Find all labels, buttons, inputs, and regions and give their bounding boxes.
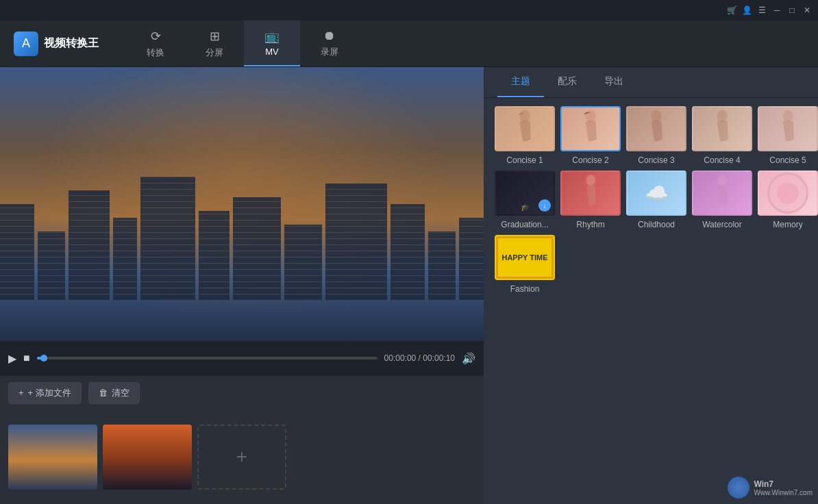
theme-thumb-concise3 bbox=[626, 106, 686, 151]
theme-label-watercolor: Watercolor bbox=[702, 220, 742, 229]
minimize-button[interactable]: ─ bbox=[771, 5, 782, 16]
girl-overlay-5 bbox=[759, 108, 817, 150]
play-button[interactable]: ▶ bbox=[8, 352, 16, 365]
app-icon: A bbox=[14, 32, 38, 56]
mv-icon: 📺 bbox=[264, 29, 280, 44]
app-name: 视频转换王 bbox=[44, 36, 99, 51]
svg-point-5 bbox=[586, 175, 595, 186]
city-buildings bbox=[0, 163, 484, 300]
theme-concise5[interactable]: Concise 5 bbox=[758, 106, 818, 165]
girl-silhouette-3 bbox=[639, 110, 673, 148]
theme-concise4[interactable]: Concise 4 bbox=[692, 106, 752, 165]
girl-overlay-3 bbox=[628, 108, 685, 150]
tab-export-label: 导出 bbox=[604, 75, 623, 86]
tab-record-label: 录屏 bbox=[321, 46, 338, 58]
svg-point-7 bbox=[777, 182, 799, 204]
theme-thumb-concise1 bbox=[495, 106, 555, 151]
split-icon: ⊞ bbox=[210, 29, 220, 44]
girl-overlay-rhythm bbox=[562, 172, 619, 214]
trash-icon: 🗑 bbox=[99, 388, 108, 398]
theme-childhood[interactable]: ☁️ Childhood bbox=[626, 171, 686, 229]
video-background bbox=[0, 67, 484, 341]
shop-icon[interactable]: 🛒 bbox=[726, 5, 737, 16]
fashion-text: HAPPY TIME bbox=[496, 236, 554, 279]
theme-grid: Concise 1 Concise 2 bbox=[484, 98, 818, 302]
tab-music[interactable]: 配乐 bbox=[544, 67, 591, 97]
svg-point-1 bbox=[586, 110, 596, 122]
top-navigation: A 视频转换王 ⟳ 转换 ⊞ 分屏 📺 MV ⏺ 录屏 bbox=[0, 21, 818, 67]
girl-silhouette-rhythm bbox=[573, 174, 608, 212]
tab-convert[interactable]: ⟳ 转换 bbox=[126, 21, 185, 66]
theme-label-concise5: Concise 5 bbox=[769, 155, 806, 165]
tab-music-label: 配乐 bbox=[558, 75, 577, 86]
menu-icon[interactable]: ☰ bbox=[756, 5, 767, 16]
download-badge: ↓ bbox=[538, 199, 551, 212]
filmstrip-item-1[interactable] bbox=[8, 425, 97, 490]
theme-thumb-childhood: ☁️ bbox=[626, 171, 686, 216]
theme-label-memory: Memory bbox=[773, 220, 802, 229]
watermark-logo bbox=[728, 477, 749, 499]
add-file-label: + 添加文件 bbox=[28, 387, 71, 399]
add-file-button[interactable]: + + 添加文件 bbox=[8, 382, 82, 404]
childhood-content: ☁️ bbox=[628, 172, 685, 214]
theme-rhythm[interactable]: Rhythm bbox=[560, 171, 621, 229]
add-media-button[interactable]: + bbox=[197, 425, 286, 490]
girl-silhouette-2 bbox=[573, 110, 608, 148]
svg-point-3 bbox=[717, 110, 728, 122]
video-player bbox=[0, 67, 484, 341]
progress-bar[interactable] bbox=[37, 357, 377, 360]
theme-label-concise2: Concise 2 bbox=[572, 155, 608, 165]
user-icon[interactable]: 👤 bbox=[741, 5, 752, 16]
close-button[interactable]: ✕ bbox=[802, 5, 813, 16]
building-5 bbox=[140, 177, 195, 300]
building-2 bbox=[38, 231, 65, 300]
theme-memory[interactable]: Memory bbox=[758, 171, 818, 229]
theme-thumb-memory bbox=[758, 171, 818, 216]
theme-graduation[interactable]: 🎓 ↓ Graduation... bbox=[495, 171, 555, 229]
theme-concise1[interactable]: Concise 1 bbox=[495, 106, 555, 165]
building-8 bbox=[284, 225, 322, 300]
right-tabs: 主题 配乐 导出 bbox=[484, 67, 818, 98]
tab-mv-label: MV bbox=[265, 47, 279, 57]
theme-label-concise1: Concise 1 bbox=[506, 155, 543, 165]
memory-heart bbox=[774, 179, 802, 207]
theme-thumb-watercolor bbox=[692, 171, 752, 216]
theme-thumb-concise2 bbox=[560, 106, 621, 151]
theme-label-rhythm: Rhythm bbox=[576, 220, 604, 229]
girl-overlay-watercolor bbox=[693, 172, 751, 214]
girl-silhouette-4 bbox=[705, 110, 739, 148]
time-display: 00:00:00 / 00:00:10 bbox=[384, 353, 455, 363]
theme-fashion[interactable]: HAPPY TIME Fashion bbox=[495, 235, 555, 294]
svg-point-4 bbox=[783, 110, 793, 122]
stop-button[interactable]: ■ bbox=[23, 352, 30, 364]
theme-label-concise3: Concise 3 bbox=[638, 155, 674, 165]
tab-export[interactable]: 导出 bbox=[591, 67, 637, 97]
building-10 bbox=[391, 204, 425, 300]
add-media-icon: + bbox=[236, 446, 247, 468]
girl-silhouette-watercolor bbox=[705, 174, 739, 212]
volume-icon[interactable]: 🔊 bbox=[462, 352, 475, 365]
clear-button[interactable]: 🗑 清空 bbox=[88, 382, 140, 404]
theme-thumb-concise5 bbox=[758, 106, 818, 151]
theme-label-graduation: Graduation... bbox=[501, 220, 548, 229]
tab-split[interactable]: ⊞ 分屏 bbox=[185, 21, 244, 66]
svg-point-2 bbox=[652, 110, 662, 122]
theme-thumb-graduation: 🎓 ↓ bbox=[495, 171, 555, 216]
tab-mv[interactable]: 📺 MV bbox=[244, 21, 300, 66]
theme-concise3[interactable]: Concise 3 bbox=[626, 106, 686, 165]
clear-label: 清空 bbox=[112, 387, 129, 399]
tab-convert-label: 转换 bbox=[147, 47, 164, 59]
maximize-button[interactable]: □ bbox=[786, 5, 797, 16]
theme-thumb-rhythm bbox=[560, 171, 621, 216]
building-1 bbox=[0, 204, 34, 300]
theme-thumb-concise4 bbox=[692, 106, 752, 151]
tab-record[interactable]: ⏺ 录屏 bbox=[300, 21, 359, 66]
theme-concise2[interactable]: Concise 2 bbox=[560, 106, 621, 165]
girl-overlay-4 bbox=[693, 108, 751, 150]
building-12 bbox=[459, 218, 484, 300]
tab-theme[interactable]: 主题 bbox=[497, 67, 544, 97]
filmstrip-item-2[interactable] bbox=[103, 425, 192, 490]
right-panel: 主题 配乐 导出 bbox=[484, 67, 818, 504]
theme-watercolor[interactable]: Watercolor bbox=[692, 171, 752, 229]
girl-overlay-2 bbox=[562, 108, 619, 150]
